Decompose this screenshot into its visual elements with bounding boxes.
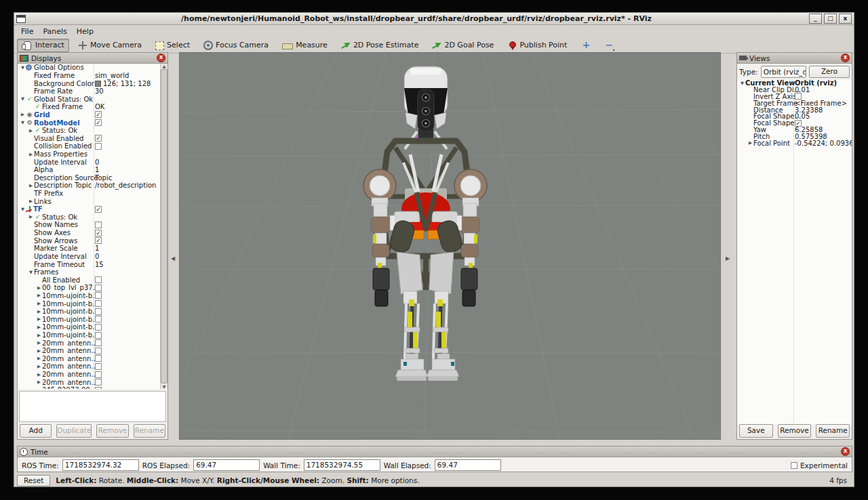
- tree-row[interactable]: ▶20mm_antenn...: [18, 347, 167, 355]
- expand-arrow-icon[interactable]: ▶: [36, 356, 42, 361]
- expand-arrow-icon[interactable]: ▶: [36, 316, 42, 322]
- views-close-icon[interactable]: x: [841, 54, 850, 62]
- property-value[interactable]: [95, 276, 102, 283]
- expand-arrow-icon[interactable]: ▼: [739, 81, 745, 86]
- toolbar-button-2d-pose-estimate[interactable]: 2D Pose Estimate: [336, 39, 424, 52]
- tree-row[interactable]: Show Axes: [18, 229, 167, 237]
- toolbar-button-interact[interactable]: Interact: [17, 39, 69, 52]
- expand-arrow-icon[interactable]: ▶: [36, 372, 42, 377]
- checkbox[interactable]: [95, 379, 102, 386]
- color-swatch[interactable]: [95, 81, 101, 87]
- checkbox[interactable]: [95, 300, 102, 307]
- toolbar-button-select[interactable]: Select: [151, 39, 195, 52]
- checkbox[interactable]: [95, 363, 102, 370]
- checkbox[interactable]: [95, 308, 102, 315]
- tree-row[interactable]: Background Color126; 131; 128: [18, 79, 167, 87]
- checkbox[interactable]: [95, 276, 102, 283]
- menu-item-file[interactable]: File: [17, 26, 37, 37]
- checkbox[interactable]: [95, 316, 102, 322]
- property-value[interactable]: 15: [95, 261, 104, 268]
- expand-arrow-icon[interactable]: ▼: [20, 207, 26, 212]
- checkbox[interactable]: [95, 387, 102, 389]
- expand-arrow-icon[interactable]: ▼: [28, 270, 34, 275]
- expand-arrow-icon[interactable]: ▶: [36, 325, 42, 330]
- tree-row[interactable]: ▶245-82972-00...: [18, 386, 167, 389]
- expand-arrow-icon[interactable]: ▶: [36, 379, 42, 385]
- checkbox[interactable]: [95, 143, 102, 150]
- tree-row[interactable]: ▶20mm_antenn...: [18, 378, 167, 386]
- reset-button[interactable]: Reset: [17, 475, 50, 486]
- tree-row[interactable]: ▶10mm-ujoint-b...: [18, 292, 167, 300]
- property-value[interactable]: [95, 348, 102, 354]
- expand-arrow-icon[interactable]: ▼: [20, 120, 26, 125]
- tree-row[interactable]: ▼TF: [18, 205, 167, 213]
- tree-row[interactable]: All Enabled: [18, 276, 167, 284]
- checkbox[interactable]: [95, 324, 102, 331]
- property-value[interactable]: [95, 387, 102, 389]
- tree-row[interactable]: ▶10mm-ujoint-b...: [18, 299, 167, 308]
- 3d-viewport[interactable]: [179, 52, 721, 440]
- expand-arrow-icon[interactable]: ▶: [28, 128, 34, 133]
- checkbox[interactable]: [95, 237, 102, 244]
- property-value[interactable]: 126; 131; 128: [95, 80, 151, 87]
- expand-arrow-icon[interactable]: ▶: [36, 309, 42, 314]
- checkbox[interactable]: [95, 339, 102, 346]
- property-value[interactable]: 1: [95, 166, 99, 173]
- expand-arrow-icon[interactable]: ▶: [36, 388, 42, 389]
- property-value[interactable]: 30: [95, 87, 104, 95]
- property-value[interactable]: [95, 143, 102, 150]
- property-value[interactable]: [95, 308, 102, 315]
- expand-arrow-icon[interactable]: ▶: [36, 293, 42, 298]
- property-value[interactable]: 0: [95, 253, 99, 260]
- tree-row[interactable]: ▶20mm_antenn...: [18, 371, 167, 379]
- close-button[interactable]: x: [839, 14, 852, 24]
- property-value[interactable]: [95, 300, 102, 307]
- expand-arrow-icon[interactable]: ▶: [36, 340, 42, 346]
- expand-arrow-icon[interactable]: ▼: [20, 96, 26, 102]
- expand-arrow-icon[interactable]: ▶: [28, 152, 34, 157]
- tree-row[interactable]: Marker Scale1: [18, 245, 167, 253]
- toolbar-button-focus-camera[interactable]: Focus Camera: [199, 38, 273, 52]
- toolbar-button-move-camera[interactable]: Move Camera: [73, 39, 146, 52]
- time-field-input[interactable]: 1718532974.32: [62, 459, 139, 471]
- title-bar[interactable]: /home/newtonjeri/Humanoid_Robot_ws/insta…: [14, 13, 854, 25]
- tree-row[interactable]: Alpha1: [18, 166, 167, 174]
- expand-arrow-icon[interactable]: ▶: [28, 214, 34, 220]
- zero-button[interactable]: Zero: [809, 66, 850, 78]
- save-button[interactable]: Save: [739, 424, 773, 438]
- experimental-checkbox[interactable]: [791, 462, 797, 469]
- property-value[interactable]: [95, 324, 102, 331]
- property-value[interactable]: sim_world: [95, 72, 129, 79]
- property-value[interactable]: 1: [95, 245, 99, 252]
- checkbox[interactable]: [95, 119, 102, 126]
- tree-row[interactable]: Frame Rate30: [18, 87, 167, 96]
- checkbox[interactable]: [95, 230, 102, 236]
- toolbar-button-measure[interactable]: Measure: [277, 39, 332, 51]
- tree-row[interactable]: ▼⚙RobotModel: [18, 119, 167, 127]
- tree-row[interactable]: ▶Links: [18, 197, 167, 205]
- tree-row[interactable]: ▼Frames: [18, 268, 167, 276]
- property-value[interactable]: [95, 371, 102, 378]
- tree-row[interactable]: Collision Enabled: [18, 142, 167, 150]
- property-value[interactable]: Topic: [95, 174, 112, 182]
- tree-row[interactable]: ▶20mm_antenn...: [18, 355, 167, 363]
- tree-row[interactable]: ▶20mm_antenn...: [18, 339, 167, 347]
- tree-row[interactable]: Description SourceTopic: [18, 174, 167, 182]
- checkbox[interactable]: [95, 206, 102, 213]
- property-value[interactable]: [95, 237, 102, 244]
- property-value[interactable]: /robot_description: [95, 182, 156, 189]
- checkbox[interactable]: [95, 371, 102, 378]
- property-value[interactable]: [95, 135, 102, 142]
- checkbox[interactable]: [95, 285, 102, 291]
- tree-row[interactable]: ▼✓Global Status: Ok: [18, 95, 167, 103]
- property-value[interactable]: [95, 222, 102, 228]
- expand-arrow-icon[interactable]: ▼: [20, 65, 26, 70]
- checkbox[interactable]: [95, 135, 102, 142]
- tree-row[interactable]: ▶◉Grid: [18, 111, 167, 119]
- menu-item-panels[interactable]: Panels: [39, 26, 71, 37]
- expand-arrow-icon[interactable]: ▶: [36, 333, 42, 338]
- checkbox[interactable]: [95, 292, 102, 299]
- checkbox[interactable]: [95, 332, 102, 339]
- tree-row[interactable]: ▶10mm-ujoint-b...: [18, 316, 167, 324]
- tree-row[interactable]: ✓Fixed FrameOK: [18, 103, 167, 111]
